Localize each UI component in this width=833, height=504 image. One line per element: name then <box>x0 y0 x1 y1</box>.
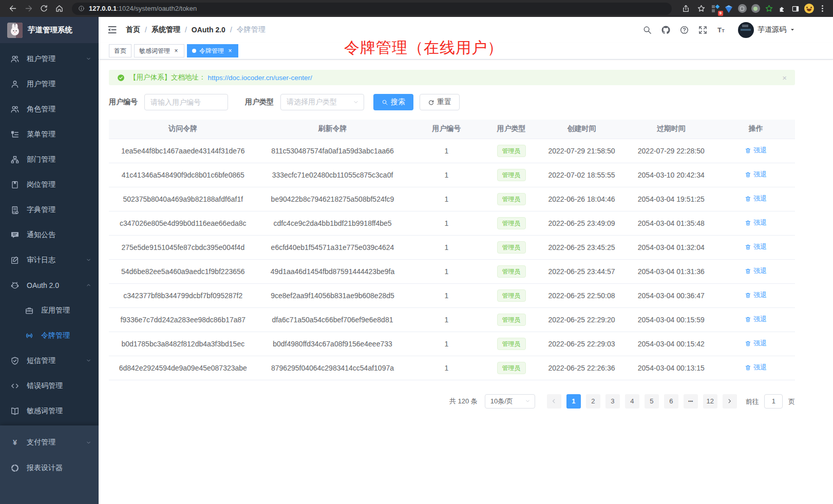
page-button-12[interactable]: 12 <box>703 394 717 409</box>
search-icon[interactable] <box>642 25 652 35</box>
sidebar-item-report-designer[interactable]: 报表设计器 <box>0 455 99 481</box>
sidebar-item-notice[interactable]: 通知公告 <box>0 222 99 247</box>
department-icon <box>10 155 20 164</box>
force-logout-button[interactable]: 强退 <box>745 194 767 203</box>
goto-page-input[interactable] <box>764 394 783 409</box>
force-logout-button[interactable]: 强退 <box>745 170 767 179</box>
sidebar-item-dict[interactable]: 字典管理 <box>0 197 99 222</box>
user-name: 芋道源码 <box>758 25 786 34</box>
side-panel-icon[interactable] <box>790 3 801 14</box>
sidebar-item-tenant[interactable]: 租户管理 <box>0 46 99 71</box>
force-logout-button[interactable]: 强退 <box>745 339 767 348</box>
extension-star-icon[interactable] <box>763 3 774 14</box>
force-logout-button[interactable]: 强退 <box>745 290 767 300</box>
breadcrumb-item[interactable]: 首页 <box>126 25 140 34</box>
github-icon[interactable] <box>661 25 671 35</box>
column-header: 操作 <box>717 120 795 139</box>
address-bar[interactable]: 127.0.0.1:1024/system/oauth2/token <box>72 3 672 15</box>
page-button-1[interactable]: 1 <box>566 394 581 409</box>
user-type-cell: 管理员 <box>485 307 538 332</box>
notice-icon <box>10 230 20 240</box>
trash-icon <box>745 244 751 250</box>
sidebar-item-pay[interactable]: ¥ 支付管理 <box>0 430 99 455</box>
extensions-puzzle-icon[interactable] <box>777 3 788 14</box>
alert-doc-link[interactable]: https://doc.iocoder.cn/user-center/ <box>208 74 312 82</box>
force-logout-button[interactable]: 强退 <box>745 315 767 324</box>
tag-view-tab[interactable]: 首页 <box>109 44 131 57</box>
user-type-cell: 管理员 <box>485 139 538 163</box>
create-time-cell: 2022-07-02 18:55:55 <box>538 163 626 187</box>
reset-button[interactable]: 重置 <box>420 94 460 110</box>
force-logout-button[interactable]: 强退 <box>745 146 767 155</box>
extension-command-icon[interactable] <box>736 3 748 14</box>
page-button-5[interactable]: 5 <box>645 394 659 409</box>
sidebar-item-user[interactable]: 用户管理 <box>0 71 99 96</box>
sidebar-item-oauth2-token[interactable]: 令牌管理 <box>0 323 99 348</box>
user-type-select[interactable]: 请选择用户类型 <box>280 94 364 110</box>
sidebar-item-audit-log[interactable]: 审计日志 <box>0 247 99 273</box>
forward-icon[interactable] <box>22 2 35 15</box>
user-type-badge: 管理员 <box>497 217 526 229</box>
tab-close-icon[interactable]: × <box>173 48 179 54</box>
page-button-2[interactable]: 2 <box>586 394 600 409</box>
font-size-icon[interactable]: TT <box>716 25 726 35</box>
page-button-3[interactable]: 3 <box>605 394 620 409</box>
page-size-select[interactable]: 10条/页 <box>485 394 535 409</box>
sidebar-item-sms[interactable]: 短信管理 <box>0 348 99 373</box>
tag-view-tab[interactable]: 令牌管理× <box>187 44 238 57</box>
action-cell: 强退 <box>717 163 795 187</box>
expire-time-cell: 2054-03-04 01:31:36 <box>626 259 717 283</box>
search-button[interactable]: 搜索 <box>373 94 413 110</box>
url-path: :1024/system/oauth2/token <box>117 5 197 12</box>
breadcrumb-item[interactable]: 系统管理 <box>152 25 180 34</box>
tab-close-icon[interactable]: × <box>227 48 233 54</box>
home-icon[interactable] <box>52 2 66 15</box>
extension-gem-icon[interactable] <box>723 3 734 14</box>
user-menu[interactable]: 芋道源码 <box>738 22 795 38</box>
sidebar-item-role[interactable]: 角色管理 <box>0 96 99 122</box>
table-row: 6d842e2924594de9a09e45e087323abe 8796295… <box>109 356 795 380</box>
sidebar-item-menu[interactable]: 菜单管理 <box>0 122 99 147</box>
tenant-users-icon <box>10 54 20 64</box>
prev-page-button[interactable] <box>547 394 561 409</box>
breadcrumb-item[interactable]: OAuth 2.0 <box>192 26 225 34</box>
access-token-cell: 41c41346a548490f9dc8b01c6bfe0865 <box>109 163 257 187</box>
force-logout-button[interactable]: 强退 <box>745 363 767 372</box>
help-icon[interactable] <box>679 25 689 35</box>
profile-avatar[interactable] <box>803 3 815 14</box>
bookmark-star-icon[interactable] <box>694 2 708 15</box>
page-button-4[interactable]: 4 <box>625 394 639 409</box>
sidebar-item-oauth2-app[interactable]: 应用管理 <box>0 298 99 323</box>
back-icon[interactable] <box>6 2 20 15</box>
tag-view-tab[interactable]: 敏感词管理× <box>134 44 184 57</box>
page-button-6[interactable]: 6 <box>664 394 678 409</box>
sidebar-item-oauth2[interactable]: OAuth 2.0 <box>0 273 99 298</box>
filter-form: 用户编号 用户类型 请选择用户类型 搜索 重置 <box>109 94 795 110</box>
expire-time-cell: 2022-07-29 22:28:50 <box>626 139 717 163</box>
share-icon[interactable] <box>679 2 692 15</box>
reload-icon[interactable] <box>37 2 50 15</box>
force-logout-button[interactable]: 强退 <box>745 266 767 276</box>
sidebar-item-sensitive-word[interactable]: 敏感词管理 <box>0 398 99 423</box>
action-cell: 强退 <box>717 187 795 211</box>
page-ellipsis-button[interactable]: ••• <box>684 394 698 409</box>
site-info-icon[interactable] <box>78 5 85 12</box>
sidebar-collapse-icon[interactable] <box>106 24 118 35</box>
force-logout-button[interactable]: 强退 <box>745 218 767 227</box>
force-logout-button[interactable]: 强退 <box>745 242 767 251</box>
next-page-button[interactable] <box>723 394 737 409</box>
alert-close-icon[interactable]: × <box>782 74 787 82</box>
extension-grid-icon[interactable]: 9 <box>710 3 721 14</box>
app-logo[interactable]: 芋道管理系统 <box>0 17 99 43</box>
page-content: 【用户体系】文档地址： https://doc.iocoder.cn/user-… <box>99 60 833 409</box>
sidebar-item-post[interactable]: 岗位管理 <box>0 172 99 197</box>
fullscreen-icon[interactable] <box>698 25 708 35</box>
user-id-input[interactable] <box>144 94 228 110</box>
extension-record-icon[interactable] <box>750 3 761 14</box>
refresh-token-cell: dfa6c71a50a54c66bef706ef9e6e8d81 <box>257 307 408 332</box>
sidebar-item-dept[interactable]: 部门管理 <box>0 147 99 172</box>
action-cell: 强退 <box>717 307 795 332</box>
sidebar-item-error-code[interactable]: 错误码管理 <box>0 373 99 398</box>
browser-menu-icon[interactable] <box>817 3 828 14</box>
active-tab-dot <box>192 49 196 53</box>
